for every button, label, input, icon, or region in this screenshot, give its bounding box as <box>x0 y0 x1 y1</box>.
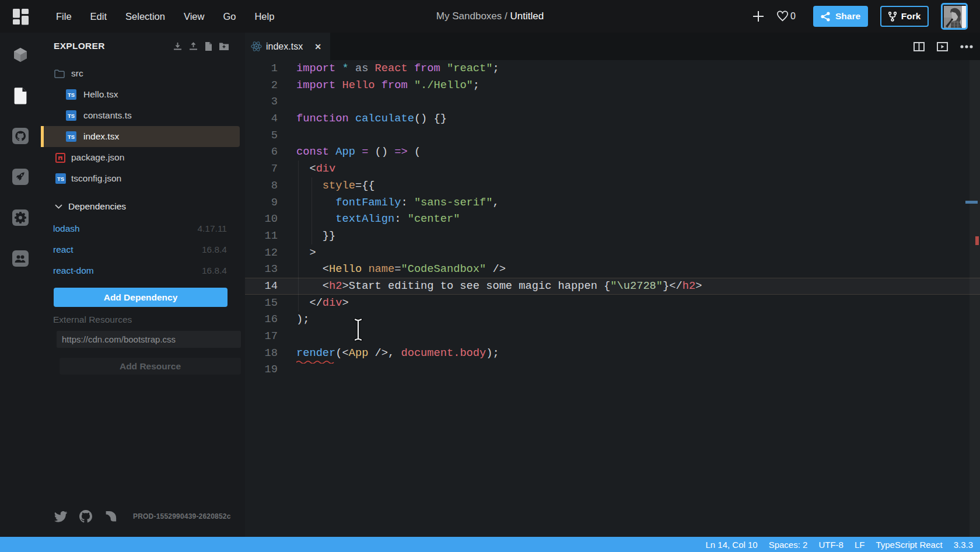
svg-text:TS: TS <box>68 113 75 119</box>
svg-text:TS: TS <box>57 176 64 182</box>
svg-text:TS: TS <box>68 92 75 98</box>
svg-text:TS: TS <box>68 134 75 140</box>
